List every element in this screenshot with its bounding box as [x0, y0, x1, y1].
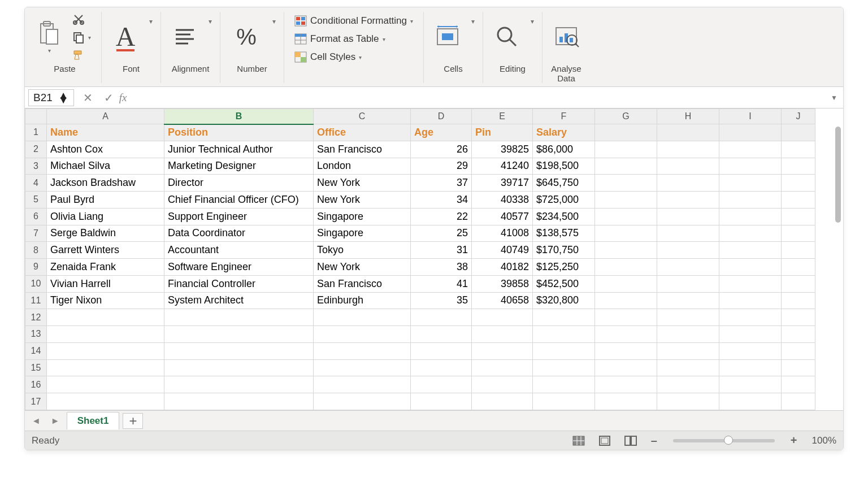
cell-H16[interactable]	[657, 376, 719, 393]
col-header-A[interactable]: A	[47, 109, 164, 124]
cell-B9[interactable]: Software Engineer	[164, 259, 314, 276]
cell-A12[interactable]	[47, 309, 164, 326]
cell-F12[interactable]	[533, 309, 595, 326]
font-button[interactable]: A	[110, 21, 141, 53]
cell-G10[interactable]	[595, 275, 657, 292]
cell-F9[interactable]: $125,250	[533, 259, 595, 276]
cell-E17[interactable]	[472, 393, 533, 410]
zoom-in-button[interactable]: +	[787, 434, 801, 447]
cell-B11[interactable]: System Architect	[164, 292, 314, 309]
cell-C9[interactable]: New York	[314, 259, 411, 276]
cell-E16[interactable]	[472, 376, 533, 393]
cell-F17[interactable]	[533, 393, 595, 410]
cell-G14[interactable]	[595, 342, 657, 359]
cell-J12[interactable]	[782, 309, 815, 326]
cell-G11[interactable]	[595, 292, 657, 309]
cell-G16[interactable]	[595, 376, 657, 393]
cell-G6[interactable]	[595, 208, 657, 225]
cell-A17[interactable]	[47, 393, 164, 410]
cell-C17[interactable]	[314, 393, 411, 410]
cell-F10[interactable]: $452,500	[533, 275, 595, 292]
cell-C15[interactable]	[314, 359, 411, 376]
cell-B13[interactable]	[164, 326, 314, 343]
analyse-data-button[interactable]	[550, 23, 582, 50]
cell-F14[interactable]	[533, 342, 595, 359]
cell-B4[interactable]: Director	[164, 175, 314, 192]
cell-F3[interactable]: $198,500	[533, 158, 595, 175]
cell-J15[interactable]	[782, 359, 815, 376]
cell-D16[interactable]	[411, 376, 472, 393]
view-page-layout-button[interactable]	[596, 434, 614, 448]
cell-I10[interactable]	[719, 275, 782, 292]
cell-C5[interactable]: New York	[314, 192, 411, 209]
cell-F4[interactable]: $645,750	[533, 175, 595, 192]
cell-F15[interactable]	[533, 359, 595, 376]
col-header-E[interactable]: E	[472, 109, 533, 124]
cell-A5[interactable]: Paul Byrd	[47, 192, 164, 209]
row-header-6[interactable]: 6	[25, 208, 47, 225]
cell-H11[interactable]	[657, 292, 719, 309]
cell-D1[interactable]: Age	[411, 124, 472, 141]
cell-D2[interactable]: 26	[411, 141, 472, 158]
cell-B2[interactable]: Junior Technical Author	[164, 141, 314, 158]
cell-B14[interactable]	[164, 342, 314, 359]
name-box[interactable]: B21 ▲▼	[28, 89, 74, 106]
row-header-1[interactable]: 1	[25, 124, 47, 141]
col-header-J[interactable]: J	[782, 109, 815, 124]
cell-D10[interactable]: 41	[411, 275, 472, 292]
cell-J2[interactable]	[782, 141, 815, 158]
cell-E11[interactable]: 40658	[472, 292, 533, 309]
row-header-17[interactable]: 17	[25, 393, 47, 410]
cell-G3[interactable]	[595, 158, 657, 175]
cell-I13[interactable]	[719, 326, 782, 343]
cell-C12[interactable]	[314, 309, 411, 326]
cell-C14[interactable]	[314, 342, 411, 359]
zoom-out-button[interactable]: –	[648, 434, 661, 447]
conditional-formatting-button[interactable]: Conditional Formatting ▾	[292, 14, 415, 28]
view-normal-button[interactable]	[570, 434, 588, 448]
cell-I15[interactable]	[719, 359, 782, 376]
cell-F16[interactable]	[533, 376, 595, 393]
cell-H3[interactable]	[657, 158, 719, 175]
cell-C1[interactable]: Office	[314, 124, 411, 141]
cell-G1[interactable]	[595, 124, 657, 141]
cell-A14[interactable]	[47, 342, 164, 359]
cell-E12[interactable]	[472, 309, 533, 326]
cell-D15[interactable]	[411, 359, 472, 376]
cell-E8[interactable]: 40749	[472, 242, 533, 259]
cell-C11[interactable]: Edinburgh	[314, 292, 411, 309]
cell-A3[interactable]: Michael Silva	[47, 158, 164, 175]
cell-E14[interactable]	[472, 342, 533, 359]
cell-I2[interactable]	[719, 141, 782, 158]
cell-E6[interactable]: 40577	[472, 208, 533, 225]
cell-A11[interactable]: Tiger Nixon	[47, 292, 164, 309]
cell-D13[interactable]	[411, 326, 472, 343]
cell-E10[interactable]: 39858	[472, 275, 533, 292]
cell-B16[interactable]	[164, 376, 314, 393]
cancel-formula-button[interactable]: ✕	[77, 91, 98, 105]
cell-C8[interactable]: Tokyo	[314, 242, 411, 259]
cell-H15[interactable]	[657, 359, 719, 376]
cell-I12[interactable]	[719, 309, 782, 326]
cell-styles-button[interactable]: Cell Styles ▾	[292, 50, 415, 64]
cell-C7[interactable]: Singapore	[314, 225, 411, 242]
cell-H8[interactable]	[657, 242, 719, 259]
cell-G8[interactable]	[595, 242, 657, 259]
cell-D8[interactable]: 31	[411, 242, 472, 259]
row-header-7[interactable]: 7	[25, 225, 47, 242]
alignment-button[interactable]	[169, 23, 201, 50]
cell-J9[interactable]	[782, 259, 815, 276]
row-header-10[interactable]: 10	[25, 275, 47, 292]
cell-H6[interactable]	[657, 208, 719, 225]
cell-H1[interactable]	[657, 124, 719, 141]
editing-button[interactable]	[491, 23, 523, 50]
cell-B7[interactable]: Data Coordinator	[164, 225, 314, 242]
cell-B17[interactable]	[164, 393, 314, 410]
cell-I17[interactable]	[719, 393, 782, 410]
cell-J14[interactable]	[782, 342, 815, 359]
cell-B6[interactable]: Support Engineer	[164, 208, 314, 225]
row-header-12[interactable]: 12	[25, 309, 47, 326]
cell-D17[interactable]	[411, 393, 472, 410]
cell-H13[interactable]	[657, 326, 719, 343]
format-as-table-button[interactable]: Format as Table ▾	[292, 32, 415, 46]
